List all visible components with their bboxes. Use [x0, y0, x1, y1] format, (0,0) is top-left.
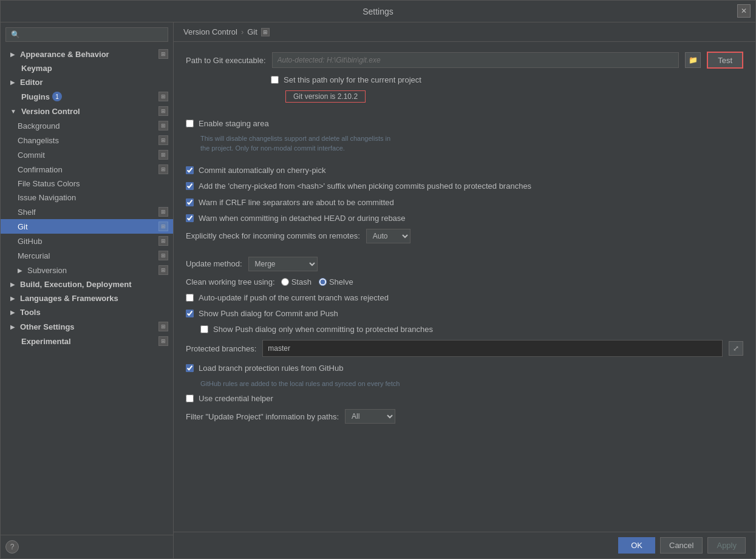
sidebar-item-languages[interactable]: ▶ Languages & Frameworks [1, 291, 173, 305]
sidebar-item-other-settings[interactable]: ▶ Other Settings ⊞ [1, 319, 173, 334]
test-button[interactable]: Test [707, 52, 743, 69]
enable-staging-checkbox[interactable] [186, 120, 194, 127]
sidebar-item-label: Other Settings [20, 322, 75, 331]
search-input[interactable] [5, 27, 168, 42]
ok-button[interactable]: OK [618, 537, 655, 554]
search-box [1, 22, 173, 47]
settings-icon[interactable]: ⊞ [158, 164, 168, 174]
stash-radio-label[interactable]: Stash [281, 277, 312, 286]
sidebar-item-github[interactable]: GitHub ⊞ [1, 234, 173, 248]
stash-radio[interactable] [281, 278, 289, 286]
sidebar-item-plugins[interactable]: Plugins 1 ⊞ [1, 89, 173, 104]
use-credential-label: Use credential helper [199, 393, 273, 404]
settings-icon[interactable]: ⊞ [158, 106, 168, 116]
sidebar-item-appearance[interactable]: ▶ Appearance & Behavior ⊞ [1, 47, 173, 61]
show-push-dialog-checkbox[interactable] [186, 310, 194, 317]
warn-crlf-checkbox[interactable] [186, 198, 194, 206]
settings-icon[interactable]: ⊞ [158, 121, 168, 130]
arrow-icon: ▶ [10, 324, 15, 330]
protected-branches-label: Protected branches: [186, 344, 256, 353]
settings-icon[interactable]: ⊞ [158, 251, 168, 260]
commit-cherry-pick-label: Commit automatically on cherry-pick [199, 165, 326, 176]
sidebar-item-subversion[interactable]: ▶ Subversion ⊞ [1, 263, 173, 277]
sidebar-bottom: ? [1, 535, 173, 558]
enable-staging-label: Enable staging area [199, 118, 269, 129]
auto-update-checkbox[interactable] [186, 294, 194, 302]
shelve-radio[interactable] [319, 278, 327, 286]
commit-cherry-pick-checkbox[interactable] [186, 166, 194, 174]
sidebar-item-issue-navigation[interactable]: Issue Navigation [1, 191, 173, 205]
protected-branches-input[interactable] [262, 340, 723, 357]
git-path-label: Path to Git executable: [186, 56, 266, 65]
show-push-protected-checkbox[interactable] [200, 325, 208, 333]
sidebar-item-background[interactable]: Background ⊞ [1, 118, 173, 133]
shelve-label: Shelve [329, 277, 353, 286]
commit-cherry-pick-row: Commit automatically on cherry-pick [186, 165, 743, 176]
sidebar-item-mercurial[interactable]: Mercurial ⊞ [1, 248, 173, 263]
settings-icon[interactable]: ⊞ [158, 265, 168, 275]
sidebar-item-keymap[interactable]: Keymap [1, 61, 173, 75]
warn-detached-label: Warn when committing in detached HEAD or… [199, 213, 406, 224]
check-incoming-select[interactable]: Auto Always Never [366, 229, 410, 243]
arrow-icon: ▶ [10, 51, 15, 58]
folder-browse-button[interactable]: 📁 [685, 52, 701, 68]
sidebar-item-label: Editor [20, 78, 43, 87]
sidebar-item-experimental[interactable]: Experimental ⊞ [1, 334, 173, 348]
git-path-input[interactable] [272, 52, 679, 68]
settings-icon[interactable]: ⊞ [158, 222, 168, 231]
settings-icon[interactable]: ⊞ [158, 236, 168, 246]
sidebar-item-label: Shelf [18, 208, 36, 217]
bottom-bar: OK Cancel Apply [174, 532, 755, 558]
sidebar-item-git[interactable]: Git ⊞ [1, 219, 173, 234]
load-branch-protection-checkbox[interactable] [186, 364, 194, 372]
add-suffix-checkbox[interactable] [186, 182, 194, 190]
settings-icon[interactable]: ⊞ [158, 135, 168, 145]
add-suffix-label: Add the 'cherry-picked from <hash>' suff… [199, 181, 531, 192]
sidebar-item-shelf[interactable]: Shelf ⊞ [1, 205, 173, 219]
warn-crlf-label: Warn if CRLF line separators are about t… [199, 197, 394, 208]
load-branch-protection-row: Load branch protection rules from GitHub [186, 363, 743, 374]
settings-icon[interactable]: ⊞ [158, 49, 168, 59]
sidebar-item-confirmation[interactable]: Confirmation ⊞ [1, 162, 173, 177]
update-method-select[interactable]: Merge Rebase Branch Default [248, 257, 318, 271]
help-button[interactable]: ? [5, 540, 19, 554]
auto-update-row: Auto-update if push of the current branc… [186, 293, 743, 303]
show-push-protected-label: Show Push dialog only when committing to… [213, 324, 433, 335]
sidebar-item-version-control[interactable]: ▼ Version Control ⊞ [1, 104, 173, 118]
cancel-button[interactable]: Cancel [660, 537, 703, 554]
sidebar-item-label: Git [18, 222, 28, 231]
apply-button[interactable]: Apply [707, 537, 746, 554]
staging-helper-text: This will disable changelists support an… [200, 134, 743, 153]
sidebar-item-editor[interactable]: ▶ Editor [1, 75, 173, 89]
sidebar-item-label: Commit [18, 151, 45, 160]
update-method-row: Update method: Merge Rebase Branch Defau… [186, 257, 743, 271]
sidebar-item-commit[interactable]: Commit ⊞ [1, 147, 173, 162]
arrow-icon: ▼ [10, 108, 16, 115]
sidebar-item-label: Languages & Frameworks [20, 294, 118, 303]
settings-icon[interactable]: ⊞ [158, 92, 168, 101]
settings-icon[interactable]: ⊞ [158, 336, 168, 346]
close-button[interactable]: ✕ [737, 4, 751, 18]
breadcrumb-separator: › [241, 27, 243, 36]
arrow-icon: ▶ [10, 295, 15, 302]
warn-detached-checkbox[interactable] [186, 214, 194, 222]
settings-icon[interactable]: ⊞ [158, 207, 168, 217]
sidebar-item-changelists[interactable]: Changelists ⊞ [1, 133, 173, 147]
settings-icon[interactable]: ⊞ [158, 322, 168, 331]
sidebar-item-build[interactable]: ▶ Build, Execution, Deployment [1, 277, 173, 291]
expand-button[interactable]: ⤢ [729, 341, 743, 356]
sidebar-item-file-status-colors[interactable]: File Status Colors [1, 177, 173, 191]
sidebar-item-label: File Status Colors [18, 179, 80, 188]
sidebar-item-tools[interactable]: ▶ Tools [1, 305, 173, 319]
use-credential-checkbox[interactable] [186, 395, 194, 402]
breadcrumb-icon[interactable]: ⊞ [261, 28, 270, 36]
sidebar-item-label: Background [18, 121, 60, 130]
settings-icon[interactable]: ⊞ [158, 150, 168, 160]
protected-branches-row: Protected branches: ⤢ [186, 340, 743, 357]
shelve-radio-label[interactable]: Shelve [319, 277, 353, 286]
sidebar-item-label: Appearance & Behavior [20, 50, 109, 59]
set-path-checkbox[interactable] [271, 76, 279, 84]
warn-detached-row: Warn when committing in detached HEAD or… [186, 213, 743, 224]
sidebar-item-label: Plugins [21, 92, 50, 101]
filter-update-select[interactable]: All Changed None [345, 409, 395, 424]
